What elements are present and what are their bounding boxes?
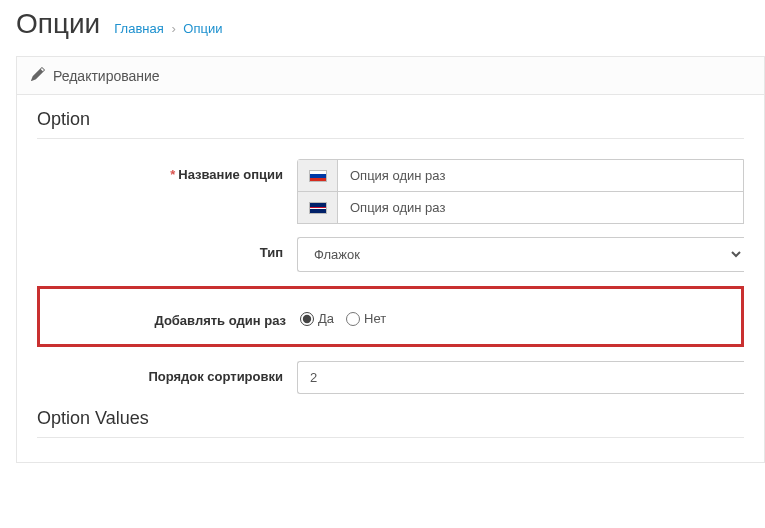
highlight-box: Добавлять один раз Да Нет [37,286,744,347]
edit-panel: Редактирование Option *Название опции [16,56,765,463]
radio-no-input[interactable] [346,312,360,326]
flag-en-addon [298,192,338,223]
option-name-en-input[interactable] [338,192,743,223]
breadcrumb: Главная › Опции [114,21,222,36]
sort-order-input[interactable] [297,361,744,394]
flag-ru-addon [298,160,338,191]
radio-yes-input[interactable] [300,312,314,326]
input-group-ru [297,159,744,192]
page-header: Опции Главная › Опции [16,8,765,40]
breadcrumb-current[interactable]: Опции [183,21,222,36]
legend-option-values: Option Values [37,408,744,438]
label-sort-order: Порядок сортировки [148,369,283,384]
row-option-name: *Название опции [37,159,744,223]
breadcrumb-home[interactable]: Главная [114,21,163,36]
flag-ru-icon [309,170,327,182]
input-group-en [297,191,744,224]
row-type: Тип Флажок [37,237,744,272]
row-sort-order: Порядок сортировки [37,361,744,394]
label-option-name: Название опции [178,167,283,182]
radio-yes-label: Да [318,311,334,326]
legend-option: Option [37,109,744,139]
label-type: Тип [260,245,283,260]
radio-yes[interactable]: Да [300,311,334,326]
label-add-once: Добавлять один раз [154,313,286,328]
option-name-ru-input[interactable] [338,160,743,191]
panel-heading: Редактирование [17,57,764,95]
breadcrumb-separator: › [171,21,175,36]
row-add-once: Добавлять один раз Да Нет [40,305,741,328]
panel-heading-text: Редактирование [53,68,160,84]
add-once-radio-group: Да Нет [300,305,741,326]
page-title: Опции [16,8,100,40]
required-marker: * [170,167,175,182]
pencil-icon [31,67,45,84]
radio-no[interactable]: Нет [346,311,386,326]
radio-no-label: Нет [364,311,386,326]
type-select[interactable]: Флажок [297,237,744,272]
flag-en-icon [309,202,327,214]
